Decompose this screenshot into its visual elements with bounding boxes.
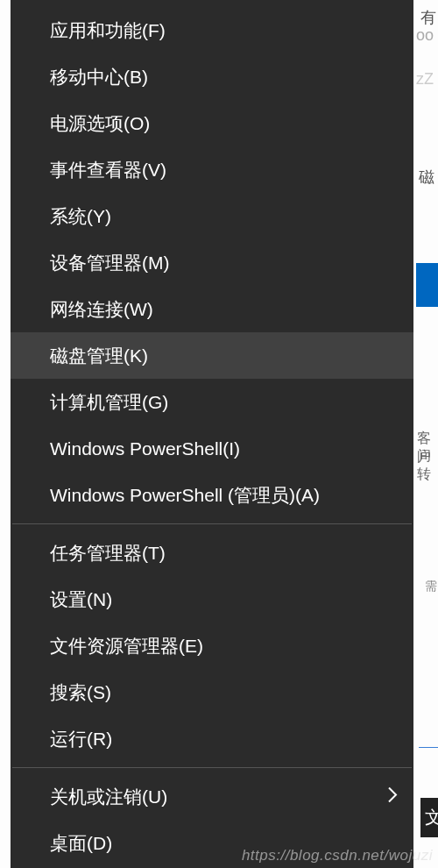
bg-text-fragment: 间转 bbox=[417, 447, 438, 484]
menu-item-shutdown-signout[interactable]: 关机或注销(U) bbox=[11, 773, 413, 820]
menu-item-label: 搜索(S) bbox=[50, 680, 111, 705]
menu-item-label: 系统(Y) bbox=[50, 204, 111, 229]
menu-item-label: 计算机管理(G) bbox=[50, 390, 168, 415]
chevron-right-icon bbox=[388, 786, 398, 807]
menu-item-settings[interactable]: 设置(N) bbox=[11, 576, 413, 623]
watermark-text: https://blog.csdn.net/wojuzi bbox=[242, 847, 433, 864]
bg-dark-tab: 文 bbox=[420, 798, 438, 837]
menu-item-task-manager[interactable]: 任务管理器(T) bbox=[11, 530, 413, 576]
menu-item-label: 事件查看器(V) bbox=[50, 158, 166, 182]
menu-item-powershell[interactable]: Windows PowerShell(I) bbox=[11, 425, 413, 472]
menu-item-network-connections[interactable]: 网络连接(W) bbox=[11, 286, 413, 332]
menu-item-computer-management[interactable]: 计算机管理(G) bbox=[11, 379, 413, 425]
menu-separator bbox=[12, 523, 412, 524]
menu-item-search[interactable]: 搜索(S) bbox=[11, 669, 413, 715]
bg-text-fragment: oo bbox=[416, 26, 434, 45]
menu-item-label: 任务管理器(T) bbox=[50, 541, 166, 566]
bg-blue-accent bbox=[416, 263, 438, 307]
menu-item-label: 网络连接(W) bbox=[50, 297, 153, 322]
menu-item-label: 桌面(D) bbox=[50, 831, 112, 856]
menu-item-powershell-admin[interactable]: Windows PowerShell (管理员)(A) bbox=[11, 472, 413, 518]
bg-text-fragment: 需 bbox=[425, 579, 437, 594]
menu-item-label: 移动中心(B) bbox=[50, 65, 148, 89]
menu-item-label: 关机或注销(U) bbox=[50, 785, 167, 809]
menu-item-event-viewer[interactable]: 事件查看器(V) bbox=[11, 146, 413, 193]
menu-item-label: 文件资源管理器(E) bbox=[50, 634, 203, 658]
bg-text-fragment: 磁 bbox=[419, 167, 434, 188]
menu-item-label: 运行(R) bbox=[50, 727, 112, 751]
menu-item-system[interactable]: 系统(Y) bbox=[11, 193, 413, 239]
menu-item-label: Windows PowerShell (管理员)(A) bbox=[50, 483, 320, 508]
menu-item-mobility-center[interactable]: 移动中心(B) bbox=[11, 53, 413, 100]
menu-item-power-options[interactable]: 电源选项(O) bbox=[11, 100, 413, 146]
menu-separator bbox=[12, 767, 412, 768]
bg-text-fragment: 有 bbox=[420, 7, 436, 28]
menu-item-file-explorer[interactable]: 文件资源管理器(E) bbox=[11, 623, 413, 669]
menu-item-label: 应用和功能(F) bbox=[50, 18, 166, 43]
bg-text-fragment: zZ bbox=[416, 70, 434, 89]
menu-item-apps-features[interactable]: 应用和功能(F) bbox=[11, 7, 413, 53]
menu-item-label: 电源选项(O) bbox=[50, 111, 150, 136]
bg-line bbox=[419, 747, 438, 748]
winx-context-menu: 应用和功能(F) 移动中心(B) 电源选项(O) 事件查看器(V) 系统(Y) … bbox=[11, 0, 413, 868]
menu-item-label: 设备管理器(M) bbox=[50, 251, 169, 275]
menu-item-run[interactable]: 运行(R) bbox=[11, 715, 413, 762]
menu-item-label: 设置(N) bbox=[50, 587, 112, 612]
menu-item-label: 磁盘管理(K) bbox=[50, 344, 148, 368]
menu-item-disk-management[interactable]: 磁盘管理(K) bbox=[11, 332, 413, 379]
menu-item-label: Windows PowerShell(I) bbox=[50, 438, 240, 459]
menu-item-device-manager[interactable]: 设备管理器(M) bbox=[11, 239, 413, 286]
